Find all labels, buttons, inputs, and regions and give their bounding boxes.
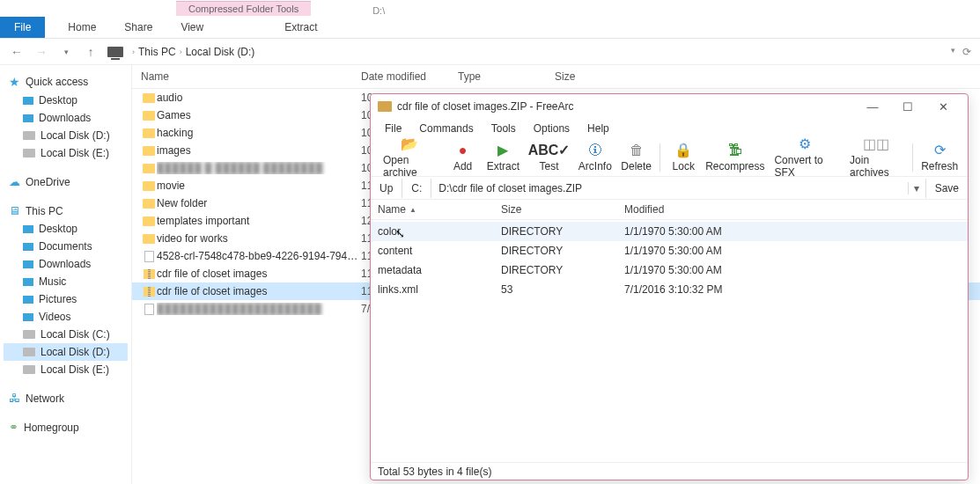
network[interactable]: 🖧Network [4, 389, 128, 407]
save-button[interactable]: Save [925, 179, 968, 198]
lock-button[interactable]: 🔒Lock [664, 141, 703, 174]
extract-icon: ▶ [497, 143, 508, 158]
nav-item[interactable]: Local Disk (D:) [4, 127, 128, 144]
refresh-button[interactable]: ⟳Refresh [917, 141, 962, 174]
nav-item[interactable]: Pictures [4, 290, 128, 308]
entry-modified: 1/1/1970 5:30:00 AM [624, 245, 783, 257]
refresh-icon[interactable]: ⟳ [962, 46, 971, 58]
quick-access[interactable]: ★Quick access [4, 72, 128, 92]
up-button[interactable]: Up [371, 179, 402, 198]
folder-icon [141, 146, 157, 156]
archive-row[interactable]: contentDIRECTORY1/1/1970 5:30:00 AM [371, 241, 968, 260]
drive-icon [23, 149, 35, 158]
col-date[interactable]: Date modified [361, 70, 458, 83]
open-button[interactable]: 📂Open archive [376, 135, 444, 180]
test-button[interactable]: ABC✓Test [524, 141, 573, 174]
col-modified[interactable]: Modified [624, 203, 783, 216]
file-name: images [157, 144, 361, 157]
nav-item[interactable]: Videos [4, 308, 128, 326]
column-headers: Name Date modified Type Size [132, 65, 980, 89]
folder-icon [23, 260, 33, 268]
nav-item[interactable]: Music [4, 273, 128, 290]
file-name: 4528-crl-7548c478-bbe9-4226-9194-7945... [157, 250, 361, 262]
homegroup[interactable]: ⚭Homegroup [4, 418, 128, 436]
folder-icon [141, 93, 157, 103]
file-name: ██████████████████████ [157, 303, 361, 315]
breadcrumb-item[interactable]: Local Disk (D:) [186, 46, 255, 58]
col-name[interactable]: Name▲ [378, 203, 501, 216]
address-dropdown-icon[interactable]: ▾ [951, 46, 955, 58]
folder-icon [23, 243, 33, 251]
entry-size: DIRECTORY [501, 225, 624, 238]
nav-item[interactable]: Local Disk (E:) [4, 144, 128, 162]
path-input[interactable]: D:\cdr file of closet images.ZIP [431, 179, 907, 198]
zip-icon [141, 269, 157, 279]
nav-item[interactable]: Desktop [4, 92, 128, 109]
file-icon [141, 251, 157, 262]
minimize-button[interactable]: — [855, 100, 890, 114]
entry-name: color [378, 225, 501, 238]
ribbon-context-tab[interactable]: Compressed Folder Tools [176, 1, 311, 16]
nav-item[interactable]: Local Disk (D:) [4, 343, 128, 361]
forward-button[interactable]: → [33, 45, 49, 59]
archive-row[interactable]: links.xml537/1/2016 3:10:32 PM [371, 280, 968, 299]
onedrive[interactable]: ☁OneDrive [4, 172, 128, 191]
title-bar[interactable]: cdr file of closet images.ZIP - FreeArc … [371, 94, 968, 119]
folder-icon [141, 111, 157, 121]
menu-help[interactable]: Help [580, 121, 616, 136]
file-name: New folder [157, 197, 361, 209]
breadcrumb[interactable]: › This PC › Local Disk (D:) [132, 46, 254, 58]
back-button[interactable]: ← [9, 45, 25, 59]
extract-button[interactable]: ▶Extract [483, 141, 525, 174]
nav-item[interactable]: Documents [4, 238, 128, 255]
file-name: audio [157, 92, 361, 104]
col-size[interactable]: Size [555, 70, 625, 83]
this-pc[interactable]: 🖥This PC [4, 202, 128, 220]
recent-dropdown[interactable]: ▾ [58, 48, 74, 56]
col-size[interactable]: Size [501, 203, 624, 216]
view-tab[interactable]: View [166, 17, 217, 38]
pc-icon [107, 47, 123, 57]
path-dropdown-icon[interactable]: ▾ [908, 182, 925, 194]
column-headers: Name▲ Size Modified [371, 200, 968, 220]
home-tab[interactable]: Home [54, 17, 110, 38]
col-name[interactable]: Name [141, 70, 361, 83]
nav-item[interactable]: Desktop [4, 220, 128, 238]
refresh-icon: ⟳ [934, 143, 946, 158]
col-type[interactable]: Type [458, 70, 555, 83]
folder-icon [23, 278, 33, 286]
freearc-window: cdr file of closet images.ZIP - FreeArc … [370, 93, 969, 480]
maximize-button[interactable]: ☐ [890, 100, 925, 114]
file-tab[interactable]: File [0, 17, 45, 38]
folder-icon [141, 128, 157, 138]
up-button[interactable]: ↑ [83, 45, 99, 59]
folder-icon [141, 181, 157, 191]
separator [659, 143, 660, 172]
nav-item[interactable]: Local Disk (C:) [4, 326, 128, 343]
folder-icon [23, 313, 33, 321]
close-button[interactable]: ✕ [925, 100, 961, 114]
nav-item[interactable]: Downloads [4, 109, 128, 127]
share-tab[interactable]: Share [110, 17, 166, 38]
address-bar: ← → ▾ ↑ › This PC › Local Disk (D:) ▾ ⟳ [0, 39, 980, 65]
file-name: hacking [157, 127, 361, 139]
archive-row[interactable]: colorDIRECTORY1/1/1970 5:30:00 AM [371, 222, 968, 241]
join-button[interactable]: ◫◫Join archives [843, 135, 909, 180]
archive-row[interactable]: metadataDIRECTORY1/1/1970 5:30:00 AM [371, 260, 968, 280]
drive-button[interactable]: C: [402, 179, 431, 198]
menu-tools[interactable]: Tools [484, 121, 523, 136]
arcinfo-button[interactable]: 🛈ArcInfo [574, 141, 616, 174]
add-button[interactable]: ●Add [444, 141, 483, 174]
extract-tab[interactable]: Extract [270, 17, 331, 38]
recompress-button[interactable]: 🗜Recompress [703, 141, 767, 174]
breadcrumb-item[interactable]: This PC [138, 46, 176, 58]
sfx-button[interactable]: ⚙Convert to SFX [767, 135, 843, 180]
delete-button[interactable]: 🗑Delete [616, 141, 656, 174]
menu-options[interactable]: Options [527, 121, 577, 136]
nav-item[interactable]: Local Disk (E:) [4, 361, 128, 378]
title-path-hint: D:\ [372, 5, 385, 16]
star-icon: ★ [9, 75, 20, 89]
folder-icon [141, 216, 157, 226]
nav-item[interactable]: Downloads [4, 255, 128, 273]
window-title: cdr file of closet images.ZIP - FreeArc [397, 100, 855, 113]
